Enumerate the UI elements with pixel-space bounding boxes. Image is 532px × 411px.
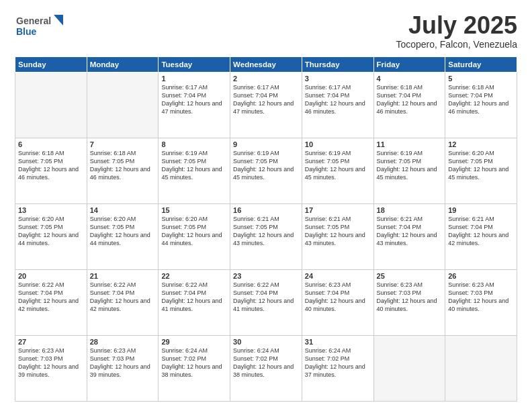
svg-text:Blue: Blue [16,26,37,37]
day-number: 10 [305,140,371,148]
day-info: Sunrise: 6:19 AM Sunset: 7:05 PM Dayligh… [161,149,227,182]
day-number: 9 [233,140,299,148]
col-sunday: Sunday [15,56,87,72]
calendar-cell: 14Sunrise: 6:20 AM Sunset: 7:05 PM Dayli… [87,203,159,269]
day-info: Sunrise: 6:23 AM Sunset: 7:03 PM Dayligh… [448,281,514,314]
calendar-cell: 8Sunrise: 6:19 AM Sunset: 7:05 PM Daylig… [159,138,230,203]
day-info: Sunrise: 6:20 AM Sunset: 7:05 PM Dayligh… [90,215,156,248]
day-number: 25 [377,272,443,280]
day-info: Sunrise: 6:17 AM Sunset: 7:04 PM Dayligh… [161,83,227,116]
day-info: Sunrise: 6:19 AM Sunset: 7:05 PM Dayligh… [233,149,299,182]
calendar-cell: 11Sunrise: 6:19 AM Sunset: 7:05 PM Dayli… [373,138,445,203]
day-info: Sunrise: 6:22 AM Sunset: 7:04 PM Dayligh… [161,281,227,314]
calendar-cell: 23Sunrise: 6:22 AM Sunset: 7:04 PM Dayli… [230,269,302,335]
calendar-cell: 15Sunrise: 6:20 AM Sunset: 7:05 PM Dayli… [159,203,230,269]
day-number: 22 [161,272,227,280]
calendar-cell: 26Sunrise: 6:23 AM Sunset: 7:03 PM Dayli… [445,269,517,335]
calendar-cell: 13Sunrise: 6:20 AM Sunset: 7:05 PM Dayli… [15,203,87,269]
svg-marker-1 [54,15,63,26]
day-info: Sunrise: 6:22 AM Sunset: 7:04 PM Dayligh… [18,281,84,314]
day-info: Sunrise: 6:20 AM Sunset: 7:05 PM Dayligh… [448,149,514,182]
calendar-cell: 1Sunrise: 6:17 AM Sunset: 7:04 PM Daylig… [159,72,230,138]
day-info: Sunrise: 6:18 AM Sunset: 7:04 PM Dayligh… [448,83,514,116]
calendar-cell: 29Sunrise: 6:24 AM Sunset: 7:02 PM Dayli… [159,335,230,401]
day-info: Sunrise: 6:17 AM Sunset: 7:04 PM Dayligh… [233,83,299,116]
day-info: Sunrise: 6:18 AM Sunset: 7:05 PM Dayligh… [90,149,156,182]
title-area: July 2025 Tocopero, Falcon, Venezuela [396,12,517,50]
col-friday: Friday [373,56,445,72]
day-info: Sunrise: 6:20 AM Sunset: 7:05 PM Dayligh… [18,215,84,248]
day-info: Sunrise: 6:21 AM Sunset: 7:04 PM Dayligh… [448,215,514,248]
calendar-cell: 31Sunrise: 6:24 AM Sunset: 7:02 PM Dayli… [302,335,373,401]
col-saturday: Saturday [445,56,517,72]
calendar-cell: 19Sunrise: 6:21 AM Sunset: 7:04 PM Dayli… [445,203,517,269]
calendar-week-row: 20Sunrise: 6:22 AM Sunset: 7:04 PM Dayli… [15,269,517,335]
calendar-cell: 6Sunrise: 6:18 AM Sunset: 7:05 PM Daylig… [15,138,87,203]
day-number: 16 [233,206,299,214]
day-number: 3 [305,75,371,83]
day-number: 29 [161,338,227,346]
col-wednesday: Wednesday [230,56,302,72]
calendar-cell: 2Sunrise: 6:17 AM Sunset: 7:04 PM Daylig… [230,72,302,138]
calendar-cell: 28Sunrise: 6:23 AM Sunset: 7:03 PM Dayli… [87,335,159,401]
day-number: 28 [90,338,156,346]
day-number: 23 [233,272,299,280]
calendar-cell: 18Sunrise: 6:21 AM Sunset: 7:04 PM Dayli… [373,203,445,269]
calendar-cell: 9Sunrise: 6:19 AM Sunset: 7:05 PM Daylig… [230,138,302,203]
day-number: 20 [18,272,84,280]
day-number: 14 [90,206,156,214]
day-number: 15 [161,206,227,214]
day-info: Sunrise: 6:20 AM Sunset: 7:05 PM Dayligh… [161,215,227,248]
day-number: 8 [161,140,227,148]
header: General Blue July 2025 Tocopero, Falcon,… [15,12,517,50]
day-info: Sunrise: 6:24 AM Sunset: 7:02 PM Dayligh… [233,347,299,379]
day-info: Sunrise: 6:19 AM Sunset: 7:05 PM Dayligh… [305,149,371,182]
calendar-cell: 4Sunrise: 6:18 AM Sunset: 7:04 PM Daylig… [373,72,445,138]
calendar-cell: 17Sunrise: 6:21 AM Sunset: 7:05 PM Dayli… [302,203,373,269]
col-tuesday: Tuesday [159,56,230,72]
day-number: 12 [448,140,514,148]
day-number: 24 [305,272,371,280]
day-number: 31 [305,338,371,346]
calendar-cell: 30Sunrise: 6:24 AM Sunset: 7:02 PM Dayli… [230,335,302,401]
day-info: Sunrise: 6:22 AM Sunset: 7:04 PM Dayligh… [90,281,156,314]
day-info: Sunrise: 6:24 AM Sunset: 7:02 PM Dayligh… [305,347,371,379]
day-number: 5 [448,75,514,83]
calendar-cell [445,335,517,401]
day-info: Sunrise: 6:24 AM Sunset: 7:02 PM Dayligh… [161,347,227,379]
calendar-cell: 7Sunrise: 6:18 AM Sunset: 7:05 PM Daylig… [87,138,159,203]
day-number: 13 [18,206,84,214]
day-number: 30 [233,338,299,346]
day-number: 1 [161,75,227,83]
day-info: Sunrise: 6:21 AM Sunset: 7:05 PM Dayligh… [305,215,371,248]
calendar-week-row: 6Sunrise: 6:18 AM Sunset: 7:05 PM Daylig… [15,138,517,203]
calendar-week-row: 13Sunrise: 6:20 AM Sunset: 7:05 PM Dayli… [15,203,517,269]
calendar-cell: 22Sunrise: 6:22 AM Sunset: 7:04 PM Dayli… [159,269,230,335]
day-number: 11 [377,140,443,148]
calendar-cell: 24Sunrise: 6:23 AM Sunset: 7:04 PM Dayli… [302,269,373,335]
day-info: Sunrise: 6:18 AM Sunset: 7:05 PM Dayligh… [18,149,84,182]
calendar-cell: 5Sunrise: 6:18 AM Sunset: 7:04 PM Daylig… [445,72,517,138]
day-number: 19 [448,206,514,214]
day-number: 6 [18,140,84,148]
page: General Blue July 2025 Tocopero, Falcon,… [0,0,532,411]
day-info: Sunrise: 6:19 AM Sunset: 7:05 PM Dayligh… [377,149,443,182]
calendar-header-row: Sunday Monday Tuesday Wednesday Thursday… [15,56,517,72]
calendar-week-row: 1Sunrise: 6:17 AM Sunset: 7:04 PM Daylig… [15,72,517,138]
day-info: Sunrise: 6:21 AM Sunset: 7:05 PM Dayligh… [233,215,299,248]
day-info: Sunrise: 6:23 AM Sunset: 7:03 PM Dayligh… [18,347,84,379]
svg-text:General: General [16,15,51,26]
day-info: Sunrise: 6:22 AM Sunset: 7:04 PM Dayligh… [233,281,299,314]
calendar-cell [373,335,445,401]
col-thursday: Thursday [302,56,373,72]
day-number: 7 [90,140,156,148]
calendar-cell [15,72,87,138]
day-info: Sunrise: 6:23 AM Sunset: 7:03 PM Dayligh… [377,281,443,314]
calendar-cell: 27Sunrise: 6:23 AM Sunset: 7:03 PM Dayli… [15,335,87,401]
day-info: Sunrise: 6:23 AM Sunset: 7:04 PM Dayligh… [305,281,371,314]
day-number: 27 [18,338,84,346]
day-info: Sunrise: 6:17 AM Sunset: 7:04 PM Dayligh… [305,83,371,116]
logo: General Blue [15,12,69,42]
col-monday: Monday [87,56,159,72]
day-number: 18 [377,206,443,214]
